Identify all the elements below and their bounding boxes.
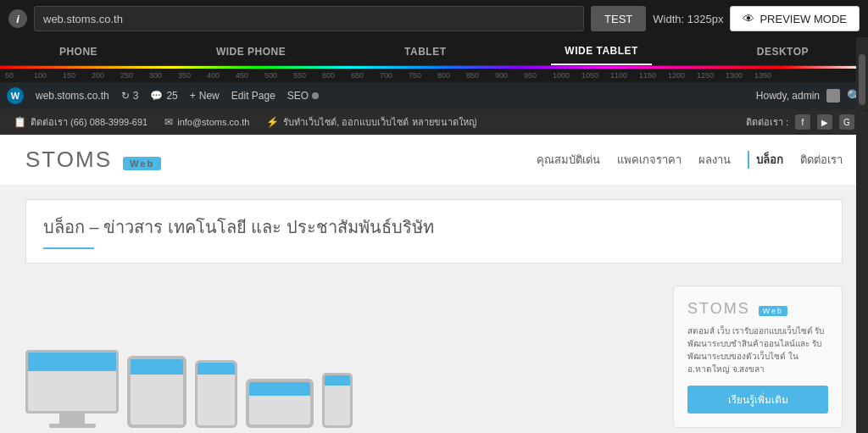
monitor-screen	[25, 350, 119, 414]
email-info: ✉ info@stoms.co.th	[164, 116, 249, 128]
device-wide-tablet	[246, 379, 314, 428]
page-title-area: บล็อก – ข่าวสาร เทคโนโลยี และ ประชาสัมพั…	[25, 199, 843, 264]
email-icon: ✉	[164, 116, 173, 128]
service-text: รับทำเว็บไซต์, ออกแบบเว็บไซต์ หลายขนาดให…	[283, 114, 476, 130]
wp-admin-bar: W web.stoms.co.th ↻ 3 💬 25 + New Edit Pa…	[0, 82, 868, 109]
tablet-bar	[131, 359, 183, 375]
facebook-icon[interactable]: f	[795, 114, 810, 130]
nav-link-contact[interactable]: ติดต่อเรา	[800, 151, 843, 169]
monitor-stand	[59, 414, 85, 424]
update-count: 3	[133, 90, 139, 102]
new-label: New	[199, 90, 220, 102]
monitor-bar	[28, 353, 116, 371]
nav-links: คุณสมบัติเด่น แพคเกจราคา ผลงาน บล็อก ติด…	[537, 151, 843, 169]
service-info: ⚡ รับทำเว็บไซต์, ออกแบบเว็บไซต์ หลายขนาด…	[266, 114, 476, 130]
card-button[interactable]: เรียนรู้เพิ่มเติม	[687, 386, 828, 414]
site-info-bar: 📋 ติดต่อเรา (66) 088-3999-691 ✉ info@sto…	[0, 109, 868, 135]
wp-updates[interactable]: ↻ 3	[121, 90, 139, 102]
scrollbar[interactable]: ···	[856, 37, 868, 433]
youtube-icon[interactable]: ▶	[817, 114, 832, 130]
small-phone-frame	[322, 373, 353, 428]
bp-tablet[interactable]: TABLET	[391, 37, 459, 65]
phone-text: ติดต่อเรา (66) 088-3999-691	[31, 114, 147, 130]
seo-label: SEO	[287, 90, 309, 102]
seo-dot	[312, 92, 319, 99]
bolt-icon: ⚡	[266, 116, 279, 128]
google-icon[interactable]: G	[839, 114, 854, 130]
nav-link-pricing[interactable]: แพคเกจราคา	[617, 151, 682, 169]
howdy-text: Howdy, admin	[756, 90, 820, 102]
refresh-icon: ↻	[121, 90, 130, 102]
device-monitor	[25, 350, 119, 428]
social-icons: ติดต่อเรา : f ▶ G	[746, 114, 854, 130]
logo-badge: Web	[123, 157, 161, 170]
wp-logo[interactable]: W	[7, 87, 24, 104]
plus-icon: +	[190, 90, 196, 102]
tablet-frame	[127, 356, 186, 428]
card-logo-text: STOMS	[687, 300, 750, 317]
comment-icon: 💬	[150, 90, 163, 102]
info-icon[interactable]: i	[8, 9, 27, 28]
scrollbar-dots: ···	[860, 108, 864, 118]
contact-label: ติดต่อเรา :	[746, 114, 788, 130]
ruler: 50 100 150 200 250 300 350 400 450 500 5…	[0, 69, 868, 82]
content-wrapper: STOMS Web คุณสมบัติเด่น แพคเกจราคา ผลงาน…	[0, 135, 868, 433]
device-showcase	[25, 286, 656, 428]
phone-tall-frame	[195, 360, 237, 428]
nav-link-features[interactable]: คุณสมบัติเด่น	[537, 151, 600, 169]
email-text: info@stoms.co.th	[177, 117, 249, 127]
card-logo-badge: Web	[759, 306, 787, 316]
site-nav: STOMS Web คุณสมบัติเด่น แพคเกจราคา ผลงาน…	[0, 135, 868, 186]
small-phone-bar	[325, 375, 350, 386]
preview-button[interactable]: 👁 PREVIEW MODE	[730, 6, 860, 31]
wide-tablet-frame	[246, 379, 314, 428]
device-small-phone	[322, 373, 353, 428]
phone-tall-bar	[198, 363, 235, 375]
wp-bar-right: Howdy, admin 🔍	[756, 89, 861, 103]
nav-link-portfolio[interactable]: ผลงาน	[698, 151, 731, 169]
test-button[interactable]: TEST	[591, 6, 646, 31]
wp-edit-page[interactable]: Edit Page	[231, 90, 275, 102]
logo-text: STOMS	[25, 147, 112, 172]
wp-new[interactable]: + New	[190, 90, 220, 102]
title-underline	[43, 247, 94, 249]
side-card: STOMS Web สตอมส์ เว็บ เรารับออกแบบเว็บไซ…	[673, 286, 843, 428]
url-input[interactable]	[34, 6, 584, 31]
card-logo: STOMS Web	[687, 300, 828, 318]
wp-seo[interactable]: SEO	[287, 90, 319, 102]
device-tablet	[127, 356, 186, 428]
bp-desktop[interactable]: DESKTOP	[743, 37, 822, 65]
comment-count: 25	[166, 90, 177, 102]
top-bar: i TEST Width: 1325px 👁 PREVIEW MODE	[0, 0, 868, 37]
ruler-numbers: 50 100 150 200 250 300 350 400 450 500 5…	[0, 69, 868, 82]
eye-icon: 👁	[743, 12, 754, 25]
breakpoint-nav: PHONE WIDE PHONE TABLET WIDE TABLET DESK…	[0, 37, 868, 66]
avatar	[826, 89, 840, 103]
phone-icon: 📋	[14, 116, 26, 128]
phone-info: 📋 ติดต่อเรา (66) 088-3999-691	[14, 114, 147, 130]
bp-wide-phone[interactable]: WIDE PHONE	[203, 37, 299, 65]
bp-wide-tablet[interactable]: WIDE TABLET	[551, 37, 652, 65]
wp-comments[interactable]: 💬 25	[150, 90, 177, 102]
width-display: Width: 1325px	[653, 13, 723, 25]
scrollbar-thumb[interactable]	[859, 54, 865, 105]
nav-link-blog[interactable]: บล็อก	[748, 151, 783, 169]
page-title: บล็อก – ข่าวสาร เทคโนโลยี และ ประชาสัมพั…	[43, 214, 825, 241]
preview-label: PREVIEW MODE	[760, 13, 847, 25]
wp-site-name[interactable]: web.stoms.co.th	[36, 90, 109, 102]
wide-tablet-bar	[249, 382, 310, 396]
monitor-base	[49, 424, 96, 428]
content-section: STOMS Web สตอมส์ เว็บ เรารับออกแบบเว็บไซ…	[0, 277, 868, 433]
site-logo: STOMS Web	[25, 147, 161, 173]
bp-phone[interactable]: PHONE	[46, 37, 111, 65]
device-phone-tall	[195, 360, 237, 428]
card-description: สตอมส์ เว็บ เรารับออกแบบเว็บไซต์ รับพัฒน…	[687, 325, 828, 375]
